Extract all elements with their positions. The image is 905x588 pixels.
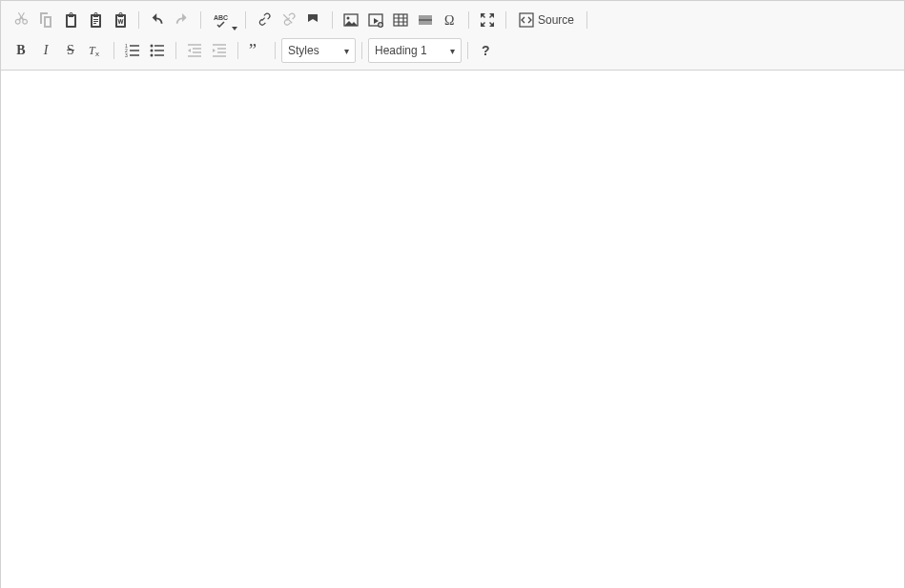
- cut-icon: [13, 12, 29, 28]
- unlink-button[interactable]: [277, 8, 301, 32]
- svg-rect-6: [419, 19, 432, 21]
- source-button[interactable]: Source: [512, 8, 581, 32]
- svg-rect-5: [394, 14, 407, 26]
- svg-point-2: [347, 17, 350, 20]
- strike-button[interactable]: S: [58, 38, 83, 63]
- outdent-icon: [187, 43, 202, 58]
- image-button[interactable]: [339, 8, 363, 32]
- omega-icon: Ω: [442, 12, 458, 28]
- paste-word-icon: [113, 12, 128, 28]
- anchor-icon: [306, 12, 321, 28]
- group-tools: [473, 8, 502, 32]
- embed-button[interactable]: [363, 8, 388, 32]
- group-clipboard: [7, 8, 134, 32]
- anchor-button[interactable]: [301, 8, 326, 32]
- format-label: Heading 1: [375, 44, 427, 57]
- question-icon: ?: [479, 43, 494, 58]
- redo-icon: [175, 12, 190, 28]
- italic-icon: I: [44, 43, 49, 58]
- hr-button[interactable]: [413, 8, 438, 32]
- spellcheck-button[interactable]: ABC: [207, 8, 239, 32]
- italic-button[interactable]: I: [33, 38, 58, 63]
- toolbar-row-1: ABC Ω: [7, 5, 898, 35]
- svg-text:”: ”: [249, 43, 257, 58]
- strike-icon: S: [67, 43, 74, 58]
- separator: [113, 42, 114, 59]
- group-blockquote: ”: [242, 38, 271, 63]
- link-icon: [257, 12, 272, 28]
- paste-icon: [63, 12, 78, 28]
- paste-text-icon: [88, 12, 103, 28]
- svg-text:ABC: ABC: [214, 14, 228, 21]
- separator: [586, 11, 587, 29]
- source-label: Source: [538, 13, 574, 27]
- bold-icon: B: [16, 43, 25, 58]
- separator: [361, 42, 362, 59]
- editor-content-scroll[interactable]: [1, 71, 904, 588]
- separator: [467, 42, 468, 59]
- editor-content[interactable]: [10, 80, 895, 588]
- svg-point-15: [151, 50, 154, 52]
- bold-button[interactable]: B: [9, 38, 33, 63]
- copy-button[interactable]: [33, 8, 58, 32]
- group-indent: [180, 38, 234, 63]
- separator: [138, 11, 139, 29]
- svg-text:Ω: Ω: [444, 13, 454, 28]
- chevron-down-icon: ▾: [450, 46, 455, 56]
- indent-button[interactable]: [207, 38, 232, 63]
- maximize-button[interactable]: [475, 8, 500, 32]
- separator: [175, 42, 176, 59]
- paste-text-button[interactable]: [83, 8, 108, 32]
- separator: [275, 42, 276, 59]
- paste-word-button[interactable]: [108, 8, 133, 32]
- group-about: ?: [472, 38, 501, 63]
- styles-combo[interactable]: Styles ▾: [281, 38, 356, 63]
- styles-label: Styles: [288, 44, 319, 57]
- blockquote-button[interactable]: ”: [244, 38, 269, 63]
- editor-container: ABC Ω: [0, 0, 905, 588]
- about-button[interactable]: ?: [474, 38, 499, 63]
- svg-point-14: [151, 45, 154, 48]
- separator: [468, 11, 469, 29]
- separator: [332, 11, 333, 29]
- source-icon: [519, 12, 534, 28]
- blockquote-icon: ”: [249, 43, 264, 58]
- separator: [245, 11, 246, 29]
- chevron-down-icon: ▾: [344, 46, 349, 56]
- paste-button[interactable]: [58, 8, 83, 32]
- separator: [505, 11, 506, 29]
- removeformat-button[interactable]: Tx: [83, 38, 108, 63]
- link-button[interactable]: [252, 8, 277, 32]
- spellcheck-icon: ABC: [214, 12, 233, 28]
- format-combo[interactable]: Heading 1 ▾: [368, 38, 462, 63]
- chevron-down-icon: [232, 27, 237, 30]
- table-icon: [393, 12, 408, 28]
- svg-text:x: x: [95, 50, 99, 58]
- group-links: [250, 8, 328, 32]
- group-insert: Ω: [337, 8, 464, 32]
- numlist-button[interactable]: 123: [120, 38, 145, 63]
- numlist-icon: 123: [125, 43, 140, 58]
- image-icon: [343, 12, 359, 28]
- svg-text:?: ?: [482, 43, 490, 58]
- toolbar-row-2: B I S Tx 123 ” Styles ▾: [7, 35, 898, 66]
- outdent-button[interactable]: [182, 38, 207, 63]
- separator: [237, 42, 238, 59]
- content-wrap: [1, 71, 904, 588]
- table-button[interactable]: [388, 8, 413, 32]
- group-source: Source: [510, 8, 583, 32]
- hr-icon: [418, 12, 433, 28]
- cut-button[interactable]: [9, 8, 33, 32]
- group-spell: ABC: [205, 8, 241, 32]
- indent-icon: [212, 43, 227, 58]
- copy-icon: [38, 12, 53, 28]
- bullist-button[interactable]: [145, 38, 170, 63]
- redo-button[interactable]: [170, 8, 195, 32]
- bullist-icon: [150, 43, 165, 58]
- separator: [200, 11, 201, 29]
- svg-point-16: [151, 54, 154, 57]
- toolbar: ABC Ω: [1, 1, 904, 71]
- undo-button[interactable]: [145, 8, 170, 32]
- specialchar-button[interactable]: Ω: [438, 8, 463, 32]
- undo-icon: [150, 12, 165, 28]
